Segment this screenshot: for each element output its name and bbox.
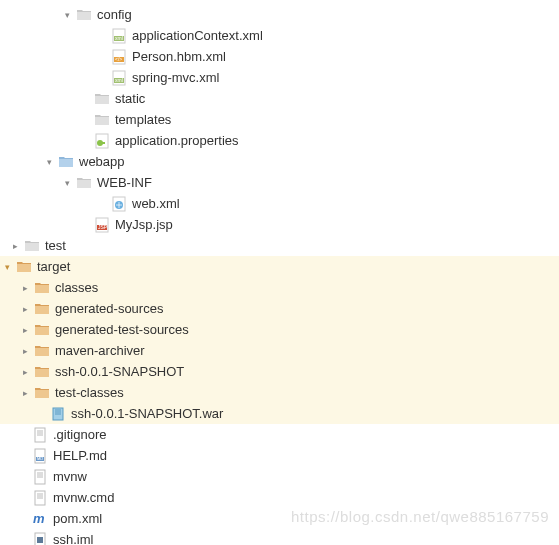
tree-label: test-classes xyxy=(55,385,124,400)
chevron-right-icon[interactable]: ▸ xyxy=(18,302,32,316)
folder-icon xyxy=(24,238,40,254)
tree-row-gitignore[interactable]: ▸ .gitignore xyxy=(0,424,559,445)
tree-row-sshwar[interactable]: ▸ ssh-0.0.1-SNAPSHOT.war xyxy=(0,403,559,424)
folder-icon xyxy=(94,112,110,128)
properties-file-icon xyxy=(94,133,110,149)
tree-label: application.properties xyxy=(115,133,239,148)
tree-row-helpmd[interactable]: ▸ MD HELP.md xyxy=(0,445,559,466)
chevron-right-icon[interactable]: ▸ xyxy=(18,386,32,400)
chevron-down-icon[interactable]: ▾ xyxy=(60,176,74,190)
chevron-right-icon[interactable]: ▸ xyxy=(18,323,32,337)
xml-file-icon xyxy=(111,196,127,212)
tree-label: maven-archiver xyxy=(55,343,145,358)
tree-row-webapp[interactable]: ▾ webapp xyxy=(0,151,559,172)
folder-icon xyxy=(34,280,50,296)
tree-label: generated-test-sources xyxy=(55,322,189,337)
folder-icon xyxy=(76,7,92,23)
tree-label: pom.xml xyxy=(53,511,102,526)
folder-icon xyxy=(34,343,50,359)
folder-icon xyxy=(58,154,74,170)
svg-rect-38 xyxy=(37,537,43,543)
tree-label: static xyxy=(115,91,145,106)
tree-label: HELP.md xyxy=(53,448,107,463)
tree-row-config[interactable]: ▾ config xyxy=(0,4,559,25)
tree-label: mvnw.cmd xyxy=(53,490,114,505)
tree-label: ssh.iml xyxy=(53,532,93,545)
tree-row-springmvc[interactable]: ▸ xml spring-mvc.xml xyxy=(0,67,559,88)
tree-row-myjsp[interactable]: ▸ JSP MyJsp.jsp xyxy=(0,214,559,235)
tree-label: test xyxy=(45,238,66,253)
tree-row-sshiml[interactable]: ▸ ssh.iml xyxy=(0,529,559,545)
tree-label: applicationContext.xml xyxy=(132,28,263,43)
svg-text:xml: xml xyxy=(115,77,123,83)
module-file-icon xyxy=(32,532,48,546)
tree-label: mvnw xyxy=(53,469,87,484)
folder-icon xyxy=(34,364,50,380)
tree-label: .gitignore xyxy=(53,427,106,442)
tree-row-test[interactable]: ▸ test xyxy=(0,235,559,256)
tree-label: MyJsp.jsp xyxy=(115,217,173,232)
text-file-icon xyxy=(32,427,48,443)
tree-row-mvnw[interactable]: ▸ mvnw xyxy=(0,466,559,487)
xml-file-icon: xml xyxy=(111,70,127,86)
tree-label: spring-mvc.xml xyxy=(132,70,219,85)
xml-file-icon: xml xyxy=(111,28,127,44)
svg-text:JSP: JSP xyxy=(98,224,108,230)
folder-icon xyxy=(34,301,50,317)
chevron-down-icon[interactable]: ▾ xyxy=(42,155,56,169)
tree-label: target xyxy=(37,259,70,274)
svg-rect-11 xyxy=(102,142,105,144)
svg-text:</>: </> xyxy=(115,56,122,62)
project-tree: ▾ config ▸ xml applicationContext.xml ▸ … xyxy=(0,0,559,545)
tree-label: WEB-INF xyxy=(97,175,152,190)
tree-row-mavenarchiver[interactable]: ▸ maven-archiver xyxy=(0,340,559,361)
tree-label: config xyxy=(97,7,132,22)
chevron-right-icon[interactable]: ▸ xyxy=(8,239,22,253)
tree-label: templates xyxy=(115,112,171,127)
folder-icon xyxy=(16,259,32,275)
tree-row-generatedsources[interactable]: ▸ generated-sources xyxy=(0,298,559,319)
tree-row-mvnwcmd[interactable]: ▸ mvnw.cmd xyxy=(0,487,559,508)
folder-icon xyxy=(94,91,110,107)
svg-text:MD: MD xyxy=(37,456,43,461)
tree-label: web.xml xyxy=(132,196,180,211)
text-file-icon xyxy=(32,490,48,506)
tree-label: Person.hbm.xml xyxy=(132,49,226,64)
tree-label: ssh-0.0.1-SNAPSHOT.war xyxy=(71,406,223,421)
tree-row-static[interactable]: ▸ static xyxy=(0,88,559,109)
folder-icon xyxy=(34,385,50,401)
tree-label: webapp xyxy=(79,154,125,169)
text-file-icon xyxy=(32,469,48,485)
folder-icon xyxy=(76,175,92,191)
chevron-right-icon[interactable]: ▸ xyxy=(18,281,32,295)
markdown-file-icon: MD xyxy=(32,448,48,464)
tree-row-webxml[interactable]: ▸ web.xml xyxy=(0,193,559,214)
tree-row-sshsnapshot[interactable]: ▸ ssh-0.0.1-SNAPSHOT xyxy=(0,361,559,382)
tree-row-applicationproperties[interactable]: ▸ application.properties xyxy=(0,130,559,151)
maven-file-icon: m xyxy=(32,511,48,527)
chevron-right-icon[interactable]: ▸ xyxy=(18,365,32,379)
tree-row-webinf[interactable]: ▾ WEB-INF xyxy=(0,172,559,193)
chevron-down-icon[interactable]: ▾ xyxy=(60,8,74,22)
tree-row-testclasses[interactable]: ▸ test-classes xyxy=(0,382,559,403)
tree-label: generated-sources xyxy=(55,301,163,316)
archive-file-icon xyxy=(50,406,66,422)
chevron-right-icon[interactable]: ▸ xyxy=(18,344,32,358)
tree-row-generatedtestsources[interactable]: ▸ generated-test-sources xyxy=(0,319,559,340)
xml-file-icon: </> xyxy=(111,49,127,65)
tree-label: classes xyxy=(55,280,98,295)
tree-row-classes[interactable]: ▸ classes xyxy=(0,277,559,298)
tree-row-applicationcontext[interactable]: ▸ xml applicationContext.xml xyxy=(0,25,559,46)
tree-label: ssh-0.0.1-SNAPSHOT xyxy=(55,364,184,379)
svg-text:xml: xml xyxy=(115,35,123,41)
folder-icon xyxy=(34,322,50,338)
tree-row-target[interactable]: ▾ target xyxy=(0,256,559,277)
jsp-file-icon: JSP xyxy=(94,217,110,233)
tree-row-templates[interactable]: ▸ templates xyxy=(0,109,559,130)
svg-text:m: m xyxy=(33,511,45,526)
chevron-down-icon[interactable]: ▾ xyxy=(0,260,14,274)
tree-row-pomxml[interactable]: ▸ m pom.xml xyxy=(0,508,559,529)
tree-row-personhbm[interactable]: ▸ </> Person.hbm.xml xyxy=(0,46,559,67)
